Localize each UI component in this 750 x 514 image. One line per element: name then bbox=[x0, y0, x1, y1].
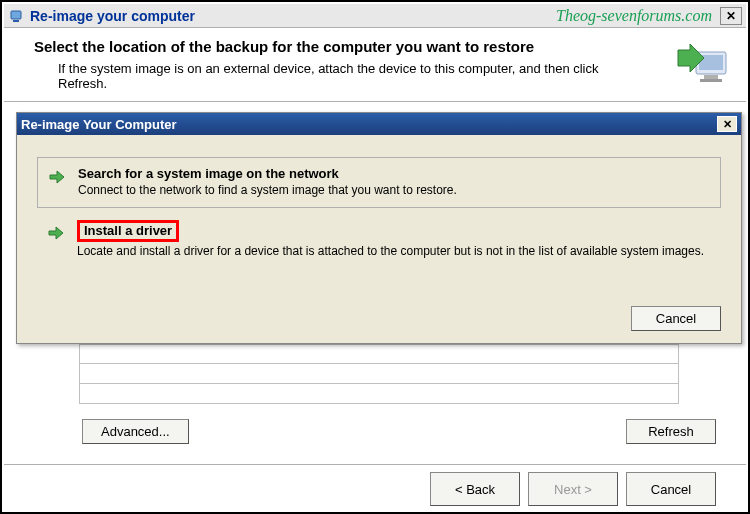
wizard-footer: < Back Next > Cancel bbox=[4, 472, 746, 506]
svg-rect-5 bbox=[700, 79, 722, 82]
svg-rect-1 bbox=[13, 20, 19, 22]
table-row[interactable] bbox=[79, 344, 679, 364]
option-desc: Locate and install a driver for a device… bbox=[77, 244, 711, 260]
svg-rect-4 bbox=[704, 75, 718, 79]
highlight-annotation: Install a driver bbox=[77, 220, 179, 242]
arrow-right-icon bbox=[47, 224, 65, 245]
wizard-title: Re-image your computer bbox=[30, 8, 195, 24]
option-install-driver[interactable]: Install a driver Locate and install a dr… bbox=[37, 214, 721, 268]
option-search-network[interactable]: Search for a system image on the network… bbox=[37, 157, 721, 208]
wizard-header: Select the location of the backup for th… bbox=[4, 28, 746, 102]
wizard-titlebar: Re-image your computer Theog-sevenforums… bbox=[4, 4, 746, 28]
table-row[interactable] bbox=[79, 384, 679, 404]
watermark-text: Theog-sevenforums.com bbox=[556, 7, 712, 25]
option-title: Install a driver bbox=[84, 223, 172, 238]
option-title-highlighted: Install a driver bbox=[77, 220, 711, 242]
dialog-title: Re-image Your Computer bbox=[21, 117, 177, 132]
cancel-button[interactable]: Cancel bbox=[626, 472, 716, 506]
option-desc: Connect to the network to find a system … bbox=[78, 183, 710, 199]
next-button: Next > bbox=[528, 472, 618, 506]
back-button[interactable]: < Back bbox=[430, 472, 520, 506]
table-row[interactable] bbox=[79, 364, 679, 384]
wizard-close-button[interactable]: ✕ bbox=[720, 7, 742, 25]
advanced-dialog: Re-image Your Computer ✕ Search for a sy… bbox=[16, 112, 742, 344]
refresh-button[interactable]: Refresh bbox=[626, 419, 716, 444]
restore-computer-icon bbox=[674, 42, 734, 92]
option-title: Search for a system image on the network bbox=[78, 166, 710, 181]
dialog-cancel-button[interactable]: Cancel bbox=[631, 306, 721, 331]
dialog-footer: Cancel bbox=[623, 306, 721, 331]
svg-rect-0 bbox=[11, 11, 21, 19]
advanced-button[interactable]: Advanced... bbox=[82, 419, 189, 444]
wizard-description: If the system image is on an external de… bbox=[58, 61, 646, 91]
dialog-titlebar: Re-image Your Computer ✕ bbox=[17, 113, 741, 135]
wizard-window: Re-image your computer Theog-sevenforums… bbox=[4, 4, 746, 510]
dialog-close-button[interactable]: ✕ bbox=[717, 116, 737, 132]
window-icon bbox=[8, 8, 24, 24]
arrow-right-icon bbox=[48, 168, 66, 189]
image-list-table bbox=[79, 344, 679, 404]
wizard-mid-buttons: Advanced... Refresh bbox=[74, 419, 716, 444]
dialog-body: Search for a system image on the network… bbox=[17, 135, 741, 283]
footer-separator bbox=[4, 464, 746, 465]
wizard-heading: Select the location of the backup for th… bbox=[34, 38, 726, 55]
